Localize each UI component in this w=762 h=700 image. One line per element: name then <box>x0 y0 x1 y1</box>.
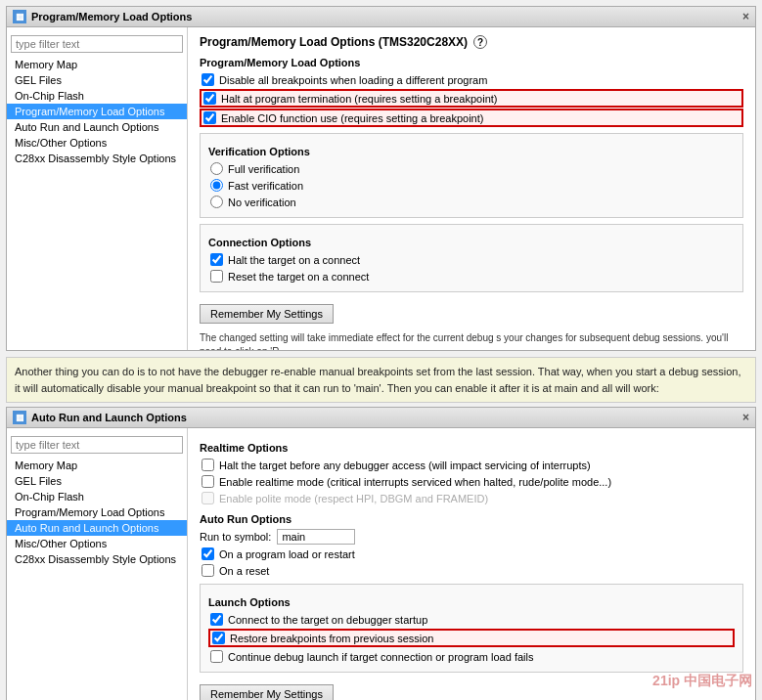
reset-connect-checkbox[interactable] <box>210 270 223 283</box>
rt-cb2-label: Enable realtime mode (critical interrupt… <box>219 476 611 488</box>
rt-cb1-row: Halt the target before any debugger acce… <box>200 458 743 472</box>
full-verification-label: Full verification <box>228 163 299 175</box>
panel1-main: Program/Memory Load Options (TMS320C28XX… <box>188 27 755 350</box>
panel1-filter-input[interactable] <box>11 35 183 53</box>
panel2-titlebar: ▦ Auto Run and Launch Options × <box>7 408 755 428</box>
fast-verification-radio[interactable] <box>210 179 223 192</box>
panel2-sidebar-c28xx[interactable]: C28xx Disassembly Style Options <box>7 551 187 567</box>
panel1-title: Program/Memory Load Options <box>31 11 192 22</box>
fast-verification-label: Fast verification <box>228 180 303 192</box>
reset-connect-label: Reset the target on a connect <box>228 271 369 283</box>
rt-cb1-checkbox[interactable] <box>202 459 214 471</box>
sidebar-item-gel[interactable]: GEL Files <box>7 72 187 88</box>
connection-title: Connection Options <box>208 237 735 248</box>
lc-cb1-label: Connect to the target on debugger startu… <box>228 614 427 626</box>
panel2-sidebar-flash[interactable]: On-Chip Flash <box>7 489 187 504</box>
launch-title: Launch Options <box>208 596 735 608</box>
panel2-sidebar-misc[interactable]: Misc/Other Options <box>7 536 187 551</box>
halt-connect-checkbox[interactable] <box>210 253 223 266</box>
halt-prog-label: Halt at program termination (requires se… <box>221 93 497 105</box>
panel2: ▦ Auto Run and Launch Options × Memory M… <box>6 407 756 700</box>
panel2-main: Realtime Options Halt the target before … <box>188 428 755 700</box>
connection-box: Connection Options Halt the target on a … <box>200 224 743 292</box>
no-verification-row: No verification <box>208 195 735 209</box>
disable-bp-label: Disable all breakpoints when loading a d… <box>219 74 487 86</box>
panel2-icon: ▦ <box>13 411 26 424</box>
disable-bp-row: Disable all breakpoints when loading a d… <box>200 72 743 87</box>
remember-btn-1[interactable]: Remember My Settings <box>200 304 334 324</box>
halt-prog-row: Halt at program termination (requires se… <box>200 89 743 108</box>
lc-cb3-label: Continue debug launch if target connecti… <box>228 651 533 663</box>
sidebar-item-flash[interactable]: On-Chip Flash <box>7 88 187 104</box>
lc-cb1-row: Connect to the target on debugger startu… <box>208 612 735 627</box>
panel2-body: Memory Map GEL Files On-Chip Flash Progr… <box>7 428 755 700</box>
panel2-sidebar: Memory Map GEL Files On-Chip Flash Progr… <box>7 428 188 700</box>
rt-cb3-row: Enable polite mode (respect HPI, DBGM an… <box>200 491 743 505</box>
fast-verification-row: Fast verification <box>208 178 735 193</box>
panel1-titlebar: ▦ Program/Memory Load Options × <box>7 7 755 27</box>
help-icon[interactable]: ? <box>473 35 487 49</box>
no-verification-radio[interactable] <box>210 196 223 208</box>
sidebar-item-memmap[interactable]: Memory Map <box>7 57 187 72</box>
realtime-title: Realtime Options <box>200 442 743 454</box>
ar-cb1-checkbox[interactable] <box>202 547 214 560</box>
full-verification-radio[interactable] <box>210 162 223 175</box>
lc-cb3-checkbox[interactable] <box>210 650 223 663</box>
disable-bp-checkbox[interactable] <box>202 73 214 86</box>
panel2-sidebar-progmem[interactable]: Program/Memory Load Options <box>7 504 187 520</box>
panel1: ▦ Program/Memory Load Options × Memory M… <box>6 6 756 351</box>
panel1-close[interactable]: × <box>742 10 749 23</box>
run-to-row: Run to symbol: <box>200 529 743 545</box>
panel1-section1-label: Program/Memory Load Options <box>200 57 743 68</box>
watermark: 21ip 中国电子网 <box>652 673 752 690</box>
launch-options-box: Launch Options Connect to the target on … <box>200 584 743 673</box>
panel1-icon: ▦ <box>13 10 26 23</box>
rt-cb3-checkbox <box>202 492 214 504</box>
enable-cio-row: Enable CIO function use (requires settin… <box>200 109 743 127</box>
run-to-input[interactable] <box>277 529 355 545</box>
halt-connect-row: Halt the target on a connect <box>208 252 735 267</box>
sidebar-item-misc[interactable]: Misc/Other Options <box>7 135 187 151</box>
panel2-sidebar-autorun[interactable]: Auto Run and Launch Options <box>7 520 187 536</box>
panel1-body: Memory Map GEL Files On-Chip Flash Progr… <box>7 27 755 350</box>
lc-cb2-checkbox[interactable] <box>212 632 225 644</box>
panel1-main-title: Program/Memory Load Options (TMS320C28XX… <box>200 35 743 49</box>
verification-box: Verification Options Full verification F… <box>200 133 743 218</box>
ar-cb2-row: On a reset <box>200 563 743 578</box>
autorun-title: Auto Run Options <box>200 513 743 525</box>
remember-btn-2[interactable]: Remember My Settings <box>200 684 334 700</box>
rt-cb3-label: Enable polite mode (respect HPI, DBGM an… <box>219 493 488 504</box>
panel2-filter-input[interactable] <box>11 436 183 454</box>
panel2-sidebar-gel[interactable]: GEL Files <box>7 473 187 489</box>
ar-cb2-checkbox[interactable] <box>202 564 214 577</box>
ar-cb2-label: On a reset <box>219 565 269 577</box>
lc-cb3-row: Continue debug launch if target connecti… <box>208 649 735 664</box>
ar-cb1-row: On a program load or restart <box>200 547 743 561</box>
rt-cb2-row: Enable realtime mode (critical interrupt… <box>200 474 743 489</box>
panel2-close[interactable]: × <box>742 411 749 424</box>
enable-cio-label: Enable CIO function use (requires settin… <box>221 112 483 124</box>
sidebar-item-progmem[interactable]: Program/Memory Load Options <box>7 104 187 119</box>
verification-title: Verification Options <box>208 146 735 157</box>
enable-cio-checkbox[interactable] <box>203 111 216 124</box>
panel1-sidebar: Memory Map GEL Files On-Chip Flash Progr… <box>7 27 188 350</box>
panel2-sidebar-memmap[interactable]: Memory Map <box>7 458 187 473</box>
lc-cb2-label: Restore breakpoints from previous sessio… <box>230 633 433 644</box>
reset-connect-row: Reset the target on a connect <box>208 269 735 284</box>
run-to-label: Run to symbol: <box>200 531 271 543</box>
rt-cb1-label: Halt the target before any debugger acce… <box>219 459 591 471</box>
description-text: Another thing you can do is to not have … <box>6 357 756 403</box>
sidebar-item-autorun[interactable]: Auto Run and Launch Options <box>7 119 187 135</box>
panel1-note: The changed setting will take immediate … <box>200 331 743 350</box>
sidebar-item-c28xx[interactable]: C28xx Disassembly Style Options <box>7 151 187 166</box>
halt-connect-label: Halt the target on a connect <box>228 254 360 266</box>
panel2-title: Auto Run and Launch Options <box>31 412 187 423</box>
lc-cb2-row: Restore breakpoints from previous sessio… <box>208 629 735 647</box>
full-verification-row: Full verification <box>208 161 735 176</box>
lc-cb1-checkbox[interactable] <box>210 613 223 626</box>
halt-prog-checkbox[interactable] <box>203 92 216 105</box>
ar-cb1-label: On a program load or restart <box>219 548 355 560</box>
rt-cb2-checkbox[interactable] <box>202 475 214 488</box>
no-verification-label: No verification <box>228 197 296 208</box>
